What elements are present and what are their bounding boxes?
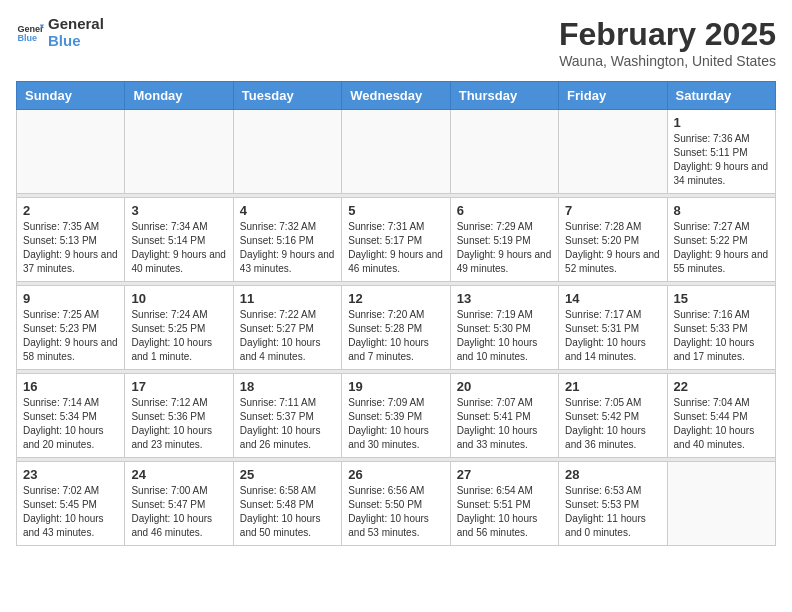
day-number: 9 [23,291,118,306]
calendar-cell [17,110,125,194]
logo-general: General [48,16,104,33]
calendar-cell: 11Sunrise: 7:22 AM Sunset: 5:27 PM Dayli… [233,286,341,370]
calendar-cell [125,110,233,194]
weekday-header-tuesday: Tuesday [233,82,341,110]
day-number: 27 [457,467,552,482]
calendar-cell: 23Sunrise: 7:02 AM Sunset: 5:45 PM Dayli… [17,462,125,546]
calendar-cell: 19Sunrise: 7:09 AM Sunset: 5:39 PM Dayli… [342,374,450,458]
day-info: Sunrise: 7:29 AM Sunset: 5:19 PM Dayligh… [457,220,552,276]
day-number: 22 [674,379,769,394]
day-info: Sunrise: 7:27 AM Sunset: 5:22 PM Dayligh… [674,220,769,276]
day-info: Sunrise: 7:07 AM Sunset: 5:41 PM Dayligh… [457,396,552,452]
calendar-cell: 14Sunrise: 7:17 AM Sunset: 5:31 PM Dayli… [559,286,667,370]
weekday-header-monday: Monday [125,82,233,110]
calendar-week-5: 23Sunrise: 7:02 AM Sunset: 5:45 PM Dayli… [17,462,776,546]
calendar-week-2: 2Sunrise: 7:35 AM Sunset: 5:13 PM Daylig… [17,198,776,282]
weekday-header-wednesday: Wednesday [342,82,450,110]
month-year-title: February 2025 [559,16,776,53]
day-number: 26 [348,467,443,482]
day-number: 18 [240,379,335,394]
day-info: Sunrise: 7:04 AM Sunset: 5:44 PM Dayligh… [674,396,769,452]
calendar-cell: 24Sunrise: 7:00 AM Sunset: 5:47 PM Dayli… [125,462,233,546]
weekday-header-saturday: Saturday [667,82,775,110]
day-info: Sunrise: 7:34 AM Sunset: 5:14 PM Dayligh… [131,220,226,276]
day-number: 4 [240,203,335,218]
day-number: 23 [23,467,118,482]
calendar-cell: 4Sunrise: 7:32 AM Sunset: 5:16 PM Daylig… [233,198,341,282]
calendar-cell: 8Sunrise: 7:27 AM Sunset: 5:22 PM Daylig… [667,198,775,282]
day-info: Sunrise: 7:35 AM Sunset: 5:13 PM Dayligh… [23,220,118,276]
day-number: 7 [565,203,660,218]
calendar-cell [233,110,341,194]
day-info: Sunrise: 7:19 AM Sunset: 5:30 PM Dayligh… [457,308,552,364]
calendar-cell: 2Sunrise: 7:35 AM Sunset: 5:13 PM Daylig… [17,198,125,282]
day-number: 12 [348,291,443,306]
logo: General Blue General Blue [16,16,104,49]
calendar-cell: 22Sunrise: 7:04 AM Sunset: 5:44 PM Dayli… [667,374,775,458]
day-number: 20 [457,379,552,394]
day-number: 16 [23,379,118,394]
calendar-cell: 7Sunrise: 7:28 AM Sunset: 5:20 PM Daylig… [559,198,667,282]
calendar-cell: 20Sunrise: 7:07 AM Sunset: 5:41 PM Dayli… [450,374,558,458]
calendar-week-3: 9Sunrise: 7:25 AM Sunset: 5:23 PM Daylig… [17,286,776,370]
day-info: Sunrise: 7:22 AM Sunset: 5:27 PM Dayligh… [240,308,335,364]
day-number: 1 [674,115,769,130]
day-info: Sunrise: 7:16 AM Sunset: 5:33 PM Dayligh… [674,308,769,364]
calendar-week-1: 1Sunrise: 7:36 AM Sunset: 5:11 PM Daylig… [17,110,776,194]
day-info: Sunrise: 7:00 AM Sunset: 5:47 PM Dayligh… [131,484,226,540]
page-header: General Blue General Blue February 2025 … [16,16,776,69]
day-number: 28 [565,467,660,482]
weekday-header-thursday: Thursday [450,82,558,110]
day-number: 14 [565,291,660,306]
day-number: 3 [131,203,226,218]
calendar-cell [342,110,450,194]
day-number: 15 [674,291,769,306]
day-info: Sunrise: 7:09 AM Sunset: 5:39 PM Dayligh… [348,396,443,452]
calendar-cell: 17Sunrise: 7:12 AM Sunset: 5:36 PM Dayli… [125,374,233,458]
day-info: Sunrise: 7:28 AM Sunset: 5:20 PM Dayligh… [565,220,660,276]
day-info: Sunrise: 7:02 AM Sunset: 5:45 PM Dayligh… [23,484,118,540]
logo-blue: Blue [48,33,104,50]
location-subtitle: Wauna, Washington, United States [559,53,776,69]
day-number: 10 [131,291,226,306]
svg-text:General: General [17,23,44,33]
day-info: Sunrise: 6:58 AM Sunset: 5:48 PM Dayligh… [240,484,335,540]
calendar-header-row: SundayMondayTuesdayWednesdayThursdayFrid… [17,82,776,110]
weekday-header-sunday: Sunday [17,82,125,110]
day-info: Sunrise: 7:17 AM Sunset: 5:31 PM Dayligh… [565,308,660,364]
calendar-cell: 15Sunrise: 7:16 AM Sunset: 5:33 PM Dayli… [667,286,775,370]
day-info: Sunrise: 7:05 AM Sunset: 5:42 PM Dayligh… [565,396,660,452]
day-number: 17 [131,379,226,394]
weekday-header-friday: Friday [559,82,667,110]
calendar-cell: 18Sunrise: 7:11 AM Sunset: 5:37 PM Dayli… [233,374,341,458]
svg-text:Blue: Blue [17,33,37,43]
calendar-cell: 10Sunrise: 7:24 AM Sunset: 5:25 PM Dayli… [125,286,233,370]
day-number: 25 [240,467,335,482]
day-number: 19 [348,379,443,394]
day-info: Sunrise: 7:24 AM Sunset: 5:25 PM Dayligh… [131,308,226,364]
logo-icon: General Blue [16,19,44,47]
calendar-cell: 21Sunrise: 7:05 AM Sunset: 5:42 PM Dayli… [559,374,667,458]
title-block: February 2025 Wauna, Washington, United … [559,16,776,69]
day-info: Sunrise: 7:25 AM Sunset: 5:23 PM Dayligh… [23,308,118,364]
day-info: Sunrise: 7:14 AM Sunset: 5:34 PM Dayligh… [23,396,118,452]
day-info: Sunrise: 6:53 AM Sunset: 5:53 PM Dayligh… [565,484,660,540]
calendar-cell: 5Sunrise: 7:31 AM Sunset: 5:17 PM Daylig… [342,198,450,282]
calendar-cell: 26Sunrise: 6:56 AM Sunset: 5:50 PM Dayli… [342,462,450,546]
calendar-cell: 3Sunrise: 7:34 AM Sunset: 5:14 PM Daylig… [125,198,233,282]
day-info: Sunrise: 7:36 AM Sunset: 5:11 PM Dayligh… [674,132,769,188]
calendar-cell: 13Sunrise: 7:19 AM Sunset: 5:30 PM Dayli… [450,286,558,370]
calendar-cell [450,110,558,194]
day-info: Sunrise: 7:12 AM Sunset: 5:36 PM Dayligh… [131,396,226,452]
day-number: 2 [23,203,118,218]
day-info: Sunrise: 7:11 AM Sunset: 5:37 PM Dayligh… [240,396,335,452]
calendar-week-4: 16Sunrise: 7:14 AM Sunset: 5:34 PM Dayli… [17,374,776,458]
calendar-table: SundayMondayTuesdayWednesdayThursdayFrid… [16,81,776,546]
day-number: 21 [565,379,660,394]
calendar-cell: 16Sunrise: 7:14 AM Sunset: 5:34 PM Dayli… [17,374,125,458]
day-number: 8 [674,203,769,218]
calendar-cell [559,110,667,194]
calendar-cell: 28Sunrise: 6:53 AM Sunset: 5:53 PM Dayli… [559,462,667,546]
day-number: 5 [348,203,443,218]
calendar-cell: 12Sunrise: 7:20 AM Sunset: 5:28 PM Dayli… [342,286,450,370]
